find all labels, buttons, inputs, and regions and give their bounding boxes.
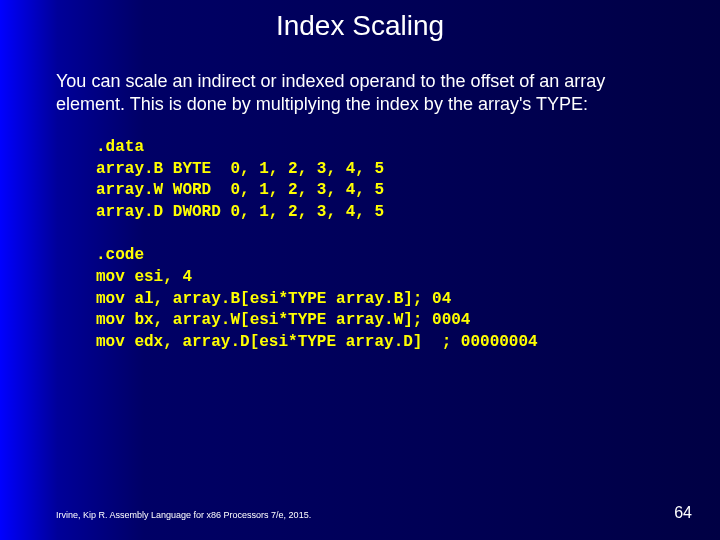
page-number: 64 [674, 504, 692, 522]
footer-citation: Irvine, Kip R. Assembly Language for x86… [56, 510, 311, 520]
code-block-data: .data array.B BYTE 0, 1, 2, 3, 4, 5 arra… [96, 137, 720, 223]
slide-title: Index Scaling [0, 0, 720, 50]
body-paragraph: You can scale an indirect or indexed ope… [56, 70, 672, 115]
code-block-code: .code mov esi, 4 mov al, array.B[esi*TYP… [96, 245, 720, 353]
slide: Index Scaling You can scale an indirect … [0, 0, 720, 540]
